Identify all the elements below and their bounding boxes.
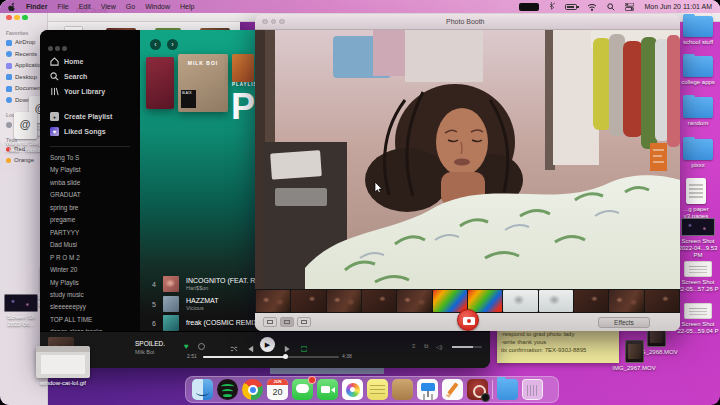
playlist-item[interactable]: My Playlist xyxy=(50,164,136,176)
photo-thumbnail-xray[interactable] xyxy=(503,290,537,312)
desktop-icon-label: college apps xyxy=(676,79,720,86)
desktop-icon-screenshot-2[interactable]: Screen Shot 22-05...57.26 P xyxy=(676,261,720,293)
desktop-icon-label: window-cat-lol.gif xyxy=(22,380,104,387)
volume-icon[interactable]: ◁) xyxy=(436,343,443,350)
playlist-item[interactable]: spring bre xyxy=(50,202,136,214)
playlist-item[interactable]: sleeeeeepyy xyxy=(50,301,136,313)
battery-icon[interactable] xyxy=(565,4,577,10)
back-button[interactable]: ‹ xyxy=(150,39,161,50)
playlist-item[interactable]: TOP ALL TIME xyxy=(50,314,136,326)
spotify-nav-search[interactable]: Search xyxy=(40,69,140,84)
photo-thumbnail[interactable] xyxy=(609,290,643,312)
dock-calendar[interactable]: JUN20 xyxy=(267,379,288,400)
playlist-item[interactable]: GRADUAT xyxy=(50,189,136,201)
photo-thumbnail[interactable] xyxy=(256,290,290,312)
menu-help[interactable]: Help xyxy=(180,3,194,10)
window-controls[interactable] xyxy=(48,37,69,55)
menu-window[interactable]: Window xyxy=(145,3,170,10)
desktop-icon-screenshot-dark[interactable]: Screen Sh 2022-06... xyxy=(0,294,42,328)
dock-spotify[interactable] xyxy=(217,379,238,400)
zoom-button[interactable] xyxy=(22,15,28,21)
spotlight-search-icon[interactable] xyxy=(607,3,615,11)
photo-thumbnail-thermal[interactable] xyxy=(468,290,502,312)
playlist-item[interactable]: wnba slide xyxy=(50,177,136,189)
desktop-icon-folder-school-stuff[interactable]: school stuff xyxy=(676,16,720,46)
effects-button[interactable]: Effects xyxy=(598,317,650,328)
queue-icon[interactable]: ≡ xyxy=(412,343,416,349)
repeat-button[interactable] xyxy=(300,339,308,357)
desktop-icon-folder-pixxx[interactable]: pixxx xyxy=(676,139,720,169)
progress-bar[interactable] xyxy=(203,356,339,358)
playlist-item[interactable]: Winter 20 xyxy=(50,264,136,276)
shuffle-button[interactable] xyxy=(230,339,238,357)
photo-thumbnail-xray[interactable] xyxy=(539,290,573,312)
menu-finder[interactable]: Finder xyxy=(26,3,47,10)
dock-pages[interactable] xyxy=(442,379,463,400)
desktop-icon-gif-window[interactable] xyxy=(36,346,90,378)
menu-file[interactable]: File xyxy=(57,3,68,10)
photo-booth-window[interactable]: Photo Booth xyxy=(255,14,680,331)
nav-label: Home xyxy=(64,58,83,65)
play-button[interactable]: ▶ xyxy=(260,337,275,352)
menu-view[interactable]: View xyxy=(101,3,116,10)
photo-thumbnail[interactable] xyxy=(574,290,608,312)
desktop-icon-screenshot-1[interactable]: Screen Shot 2022-04...9.53 PM xyxy=(676,218,720,259)
volume-slider[interactable] xyxy=(452,346,482,348)
video-mode-button[interactable] xyxy=(297,317,311,327)
dock-finder[interactable] xyxy=(192,379,213,400)
pip-icon[interactable] xyxy=(198,343,205,350)
close-button[interactable] xyxy=(6,15,12,21)
playlist-item[interactable]: study music xyxy=(50,289,136,301)
dock-keynote[interactable] xyxy=(417,379,438,400)
devices-icon[interactable]: ⧉ xyxy=(424,343,428,350)
previous-button[interactable] xyxy=(246,339,254,357)
menu-edit[interactable]: Edit xyxy=(79,3,91,10)
grid-view-button[interactable] xyxy=(263,317,277,327)
playlist-item[interactable]: PARTYYY xyxy=(50,227,136,239)
forward-button[interactable]: › xyxy=(167,39,178,50)
playlist-item[interactable]: pregame xyxy=(50,214,136,226)
spotify-create-playlist[interactable]: + Create Playlist xyxy=(40,109,140,124)
photo-thumbnail-thermal[interactable] xyxy=(433,290,467,312)
photo-thumbnail[interactable] xyxy=(362,290,396,312)
desktop-icon-folder-random[interactable]: random xyxy=(676,97,720,127)
screen-recording-badge[interactable] xyxy=(519,3,539,11)
dock-chrome[interactable] xyxy=(242,379,263,400)
dock-facetime[interactable] xyxy=(317,379,338,400)
menu-clock[interactable]: Mon Jun 20 11:01 AM xyxy=(644,3,712,10)
dock-photos[interactable] xyxy=(342,379,363,400)
dock-messages[interactable] xyxy=(292,379,313,400)
photo-thumbnail[interactable] xyxy=(645,290,679,312)
spotify-liked-songs[interactable]: ♥ Liked Songs xyxy=(40,124,140,139)
record-button[interactable] xyxy=(457,309,479,331)
photo-thumbnail[interactable] xyxy=(327,290,361,312)
nav-label: Your Library xyxy=(64,88,105,95)
dock-notes[interactable] xyxy=(392,379,413,400)
desktop-icon-label: Screen Shot 22-05...57.26 P xyxy=(676,279,720,293)
dock-photo-booth[interactable] xyxy=(467,379,488,400)
desktop-icon-folder-college-apps[interactable]: college apps xyxy=(676,56,720,86)
dock-stickies[interactable] xyxy=(367,379,388,400)
wifi-icon[interactable] xyxy=(587,3,597,11)
dock-downloads-folder[interactable] xyxy=(497,379,518,400)
menu-go[interactable]: Go xyxy=(126,3,135,10)
search-icon xyxy=(50,72,59,81)
apple-menu-icon[interactable] xyxy=(8,2,16,12)
playlist-item[interactable]: My Playlis xyxy=(50,277,136,289)
playlist-item[interactable]: Song To S xyxy=(50,152,136,164)
playlist-item[interactable]: Dad Musi xyxy=(50,239,136,251)
sticky-note[interactable]: -respond to grad photo lady -write thank… xyxy=(497,329,619,363)
bluetooth-icon[interactable] xyxy=(549,2,555,11)
album-art[interactable] xyxy=(232,54,254,82)
playlist-item[interactable]: P R O M 2 xyxy=(50,252,136,264)
album-art-milk-boi[interactable]: MILK BOI BLACK xyxy=(178,54,228,112)
like-icon[interactable]: ♥ xyxy=(184,342,189,351)
dock-trash[interactable] xyxy=(522,379,543,400)
photo-mode-button[interactable] xyxy=(280,317,294,327)
album-art[interactable] xyxy=(146,57,174,109)
minimize-button[interactable] xyxy=(14,15,20,21)
control-center-icon[interactable] xyxy=(625,3,634,11)
spotify-nav-your-library[interactable]: Your Library xyxy=(40,84,140,99)
spotify-nav-home[interactable]: Home xyxy=(40,54,140,69)
photo-thumbnail[interactable] xyxy=(291,290,325,312)
